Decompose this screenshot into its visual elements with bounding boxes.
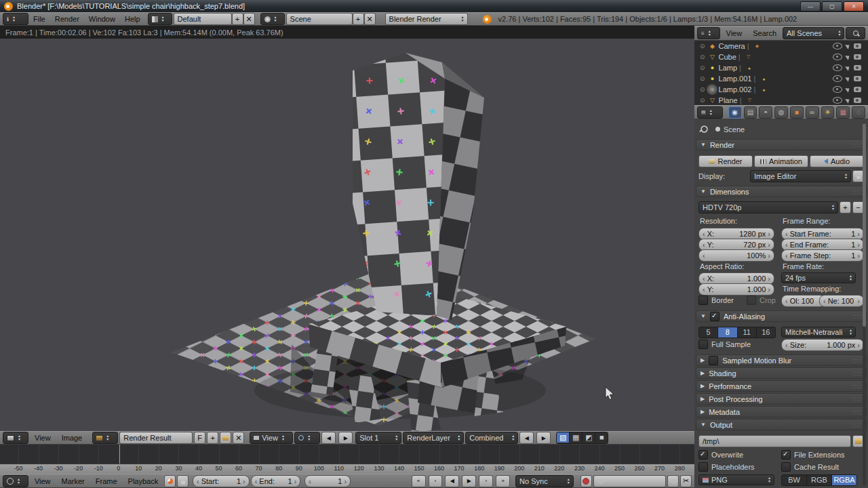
editor-type-button-info[interactable]: ℹ xyxy=(3,13,28,25)
scene-name-field[interactable]: Scene xyxy=(286,13,353,25)
tab-world[interactable]: ◍ xyxy=(774,106,788,119)
expand-dot-icon[interactable]: ⊙ xyxy=(700,86,705,93)
editor-type-button-properties[interactable]: ▤ xyxy=(697,106,723,119)
full-sample-checkbox[interactable] xyxy=(698,340,708,349)
frame-step-field[interactable]: Frame Step:1 xyxy=(781,249,864,262)
tab-texture[interactable]: ▦ xyxy=(836,106,850,119)
tab-object-data[interactable]: ☀ xyxy=(821,106,835,119)
menu-frame[interactable]: Frame xyxy=(91,477,122,485)
properties-scrollbar-thumb[interactable] xyxy=(863,123,866,327)
expand-dot-icon[interactable]: ⊙ xyxy=(700,97,705,104)
insert-keyframe-icon[interactable] xyxy=(667,475,679,487)
view-mode-select[interactable]: View xyxy=(250,432,293,444)
maximize-button[interactable]: ▢ xyxy=(822,1,842,12)
placeholders-checkbox[interactable] xyxy=(698,462,708,472)
editor-type-button-image[interactable] xyxy=(3,432,28,444)
play-reverse-button[interactable]: ◀ xyxy=(445,475,459,487)
outliner-row[interactable]: ⊙ ● Lamp.002 | ● xyxy=(694,84,868,95)
aa-filter-select[interactable]: Mitchell-Netravali xyxy=(781,327,856,338)
object-name[interactable]: Lamp.001 xyxy=(719,75,752,83)
render-button[interactable]: Render xyxy=(698,155,753,167)
panel-header-render[interactable]: ▼Render:::: xyxy=(696,139,867,150)
sync-mode-select[interactable]: No Sync xyxy=(515,475,574,487)
play-button[interactable]: ▶ xyxy=(462,475,476,487)
color-mode-rgb[interactable]: RGB xyxy=(807,475,832,485)
pin-icon[interactable] xyxy=(699,124,709,134)
visibility-eye-icon[interactable] xyxy=(833,75,842,82)
tab-constraints[interactable]: ∞ xyxy=(806,106,819,119)
menu-image[interactable]: Image xyxy=(57,434,87,442)
selectability-cursor-icon[interactable] xyxy=(845,97,851,103)
render-preset-select[interactable]: HDTV 720p xyxy=(698,201,838,214)
tab-render-layers[interactable]: ▤ xyxy=(744,106,757,119)
tab-scene[interactable]: ◓ xyxy=(759,106,772,119)
channel-rgb-icon[interactable]: ■ xyxy=(595,432,608,443)
lock-icon[interactable] xyxy=(177,475,189,487)
outliner-row[interactable]: ⊙ ◆ Camera | ◆ xyxy=(694,41,868,52)
aa-size-field[interactable]: Size:1.000 px xyxy=(781,339,864,351)
menu-help[interactable]: Help xyxy=(120,15,145,23)
unlink-image-button[interactable]: ✕ xyxy=(233,432,244,444)
object-name[interactable]: Lamp.002 xyxy=(719,85,752,94)
color-mode-bw[interactable]: BW xyxy=(782,475,807,485)
menu-playback[interactable]: Playback xyxy=(123,477,163,485)
channel-z-icon[interactable]: ◩ xyxy=(583,432,595,443)
add-layout-button[interactable]: + xyxy=(232,13,243,25)
object-name[interactable]: Camera xyxy=(719,42,745,50)
visibility-eye-icon[interactable] xyxy=(833,43,842,49)
image-browse-icon[interactable] xyxy=(92,432,118,444)
editor-type-button-timeline[interactable] xyxy=(3,475,28,487)
tab-render[interactable]: ◉ xyxy=(728,106,742,119)
panel-header-metadata[interactable]: ▶Metadata:::: xyxy=(696,406,867,418)
expand-dot-icon[interactable]: ⊙ xyxy=(700,64,705,71)
scene-browse-icon[interactable] xyxy=(260,13,285,25)
panel-header-dimensions[interactable]: ▼Dimensions:::: xyxy=(696,186,867,197)
renderability-camera-icon[interactable] xyxy=(854,65,861,70)
jump-to-end-button[interactable]: » xyxy=(496,475,510,487)
menu-search-outliner[interactable]: Search xyxy=(748,29,781,37)
renderability-camera-icon[interactable] xyxy=(854,98,861,103)
overwrite-checkbox[interactable] xyxy=(698,450,708,460)
expand-dot-icon[interactable]: ⊙ xyxy=(700,75,705,82)
render-pass-select[interactable]: Combined xyxy=(465,432,518,444)
delete-keyframe-icon[interactable]: ✂ xyxy=(680,475,692,487)
visibility-eye-icon[interactable] xyxy=(833,86,842,93)
fps-select[interactable]: 24 fps xyxy=(781,272,856,283)
panel-header-performance[interactable]: ▶Performance:::: xyxy=(696,380,867,392)
panel-header-anti-aliasing[interactable]: ▼ Anti-Aliasing:::: xyxy=(696,310,867,322)
outliner-row[interactable]: ⊙ ● Lamp | ● xyxy=(694,62,868,73)
start-frame-field[interactable]: Start:1 xyxy=(193,475,250,487)
open-image-button[interactable] xyxy=(220,432,231,444)
image-datablock-field[interactable]: Render Result xyxy=(119,432,193,444)
properties-scrollbar-track[interactable] xyxy=(863,122,866,485)
menu-view-timeline[interactable]: View xyxy=(30,477,56,485)
visibility-eye-icon[interactable] xyxy=(833,64,842,71)
fake-user-button[interactable]: F xyxy=(194,432,205,444)
timeline-track[interactable] xyxy=(0,445,694,464)
close-button[interactable]: ✕ xyxy=(844,1,864,12)
remove-layout-button[interactable]: ✕ xyxy=(243,13,255,25)
selectability-cursor-icon[interactable] xyxy=(845,54,851,60)
outliner-row[interactable]: ⊙ ● Lamp.001 | ● xyxy=(694,73,868,84)
renderability-camera-icon[interactable] xyxy=(854,87,861,92)
border-checkbox[interactable] xyxy=(698,296,708,305)
panel-header-output[interactable]: ▼Output:::: xyxy=(696,419,867,430)
visibility-eye-icon[interactable] xyxy=(833,97,842,104)
render-engine-select[interactable]: Blender Render xyxy=(385,13,468,25)
file-extensions-checkbox[interactable] xyxy=(781,450,791,460)
panel-header-post-processing[interactable]: ▶Post Processing:::: xyxy=(696,393,867,405)
anti-aliasing-checkbox[interactable] xyxy=(710,312,719,321)
pivot-select[interactable] xyxy=(294,432,320,444)
channel-color-alpha-icon[interactable]: ▧ xyxy=(557,432,570,443)
prev-layer-button[interactable]: ◀ xyxy=(519,432,534,444)
timeline-ruler[interactable]: -50-40-30-20-100102030405060708090100110… xyxy=(0,464,694,474)
new-image-button[interactable]: + xyxy=(207,432,218,444)
end-frame-field[interactable]: End:1 xyxy=(251,475,301,487)
object-name[interactable]: Plane xyxy=(719,96,738,104)
record-button[interactable] xyxy=(580,475,592,487)
aa-samples-16[interactable]: 16 xyxy=(757,327,775,338)
expand-dot-icon[interactable]: ⊙ xyxy=(700,43,705,49)
menu-window[interactable]: Window xyxy=(84,15,120,23)
channel-alpha-icon[interactable]: ▦ xyxy=(570,432,583,443)
prev-slot-button[interactable]: ◀ xyxy=(321,432,336,444)
